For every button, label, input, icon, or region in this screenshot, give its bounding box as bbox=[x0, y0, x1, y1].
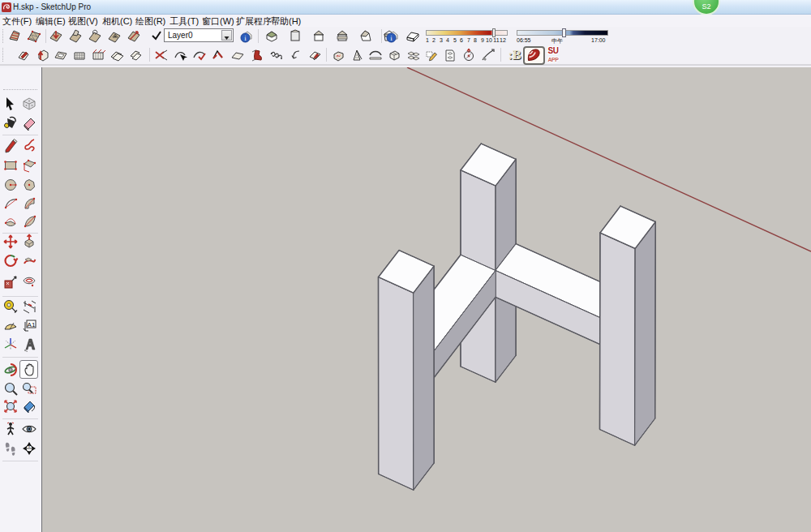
svg-text::B: :B bbox=[508, 48, 521, 62]
svg-text:A1: A1 bbox=[28, 321, 36, 328]
svg-text:SB: SB bbox=[336, 54, 341, 58]
